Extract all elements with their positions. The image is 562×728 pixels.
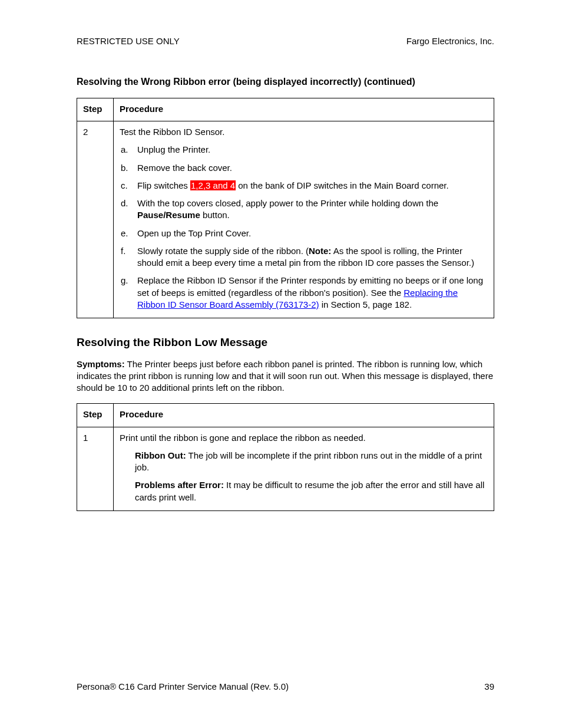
note-line: Problems after Error: It may be difficul… [135, 479, 488, 503]
item-text: Unplug the Printer. [137, 144, 210, 154]
step-cell: 1 [77, 427, 114, 510]
proc-cell: Test the Ribbon ID Sensor. a. Unplug the… [114, 121, 494, 318]
page: RESTRICTED USE ONLY Fargo Electronics, I… [0, 0, 562, 728]
table-header-row: Step Procedure [77, 98, 494, 121]
symptoms-label: Symptoms: [77, 359, 125, 369]
proc-intro: Test the Ribbon ID Sensor. [120, 126, 488, 138]
col-step-header: Step [77, 404, 114, 427]
header-left: RESTRICTED USE ONLY [77, 35, 180, 47]
highlight-text: 1,2,3 and 4 [190, 180, 236, 190]
page-footer: Persona® C16 Card Printer Service Manual… [77, 681, 494, 693]
col-proc-header: Procedure [114, 404, 494, 427]
list-item: a. Unplug the Printer. [120, 144, 488, 156]
section-title-2: Resolving the Ribbon Low Message [77, 335, 494, 350]
item-label: b. [121, 162, 128, 174]
list-item: b. Remove the back cover. [120, 162, 488, 174]
footer-left: Persona® C16 Card Printer Service Manual… [77, 681, 289, 693]
procedure-table-1: Step Procedure 2 Test the Ribbon ID Sens… [77, 98, 494, 318]
note-block: Ribbon Out: The job will be incomplete i… [120, 450, 488, 503]
table-header-row: Step Procedure [77, 404, 494, 427]
item-text: Replace the Ribbon ID Sensor if the Prin… [137, 275, 483, 309]
item-label: f. [121, 245, 125, 257]
item-label: a. [121, 144, 128, 156]
item-text: With the top covers closed, apply power … [137, 198, 438, 220]
header-right: Fargo Electronics, Inc. [406, 35, 494, 47]
page-number: 39 [484, 681, 494, 693]
page-header: RESTRICTED USE ONLY Fargo Electronics, I… [77, 35, 494, 47]
proc-list: a. Unplug the Printer. b. Remove the bac… [120, 144, 488, 311]
list-item: g. Replace the Ribbon ID Sensor if the P… [120, 275, 488, 311]
col-proc-header: Procedure [114, 98, 494, 121]
col-step-header: Step [77, 98, 114, 121]
item-text: Open up the Top Print Cover. [137, 228, 251, 238]
procedure-table-2: Step Procedure 1 Print until the ribbon … [77, 403, 494, 511]
list-item: c. Flip switches 1,2,3 and 4 on the bank… [120, 180, 488, 192]
item-label: d. [121, 197, 128, 209]
proc-cell: Print until the ribbon is gone and repla… [114, 427, 494, 510]
section-title-1: Resolving the Wrong Ribbon error (being … [77, 75, 494, 88]
symptoms-text: The Printer beeps just before each ribbo… [77, 359, 493, 393]
item-label: c. [121, 180, 128, 192]
item-text: Slowly rotate the supply side of the rib… [137, 246, 474, 268]
item-text: Remove the back cover. [137, 163, 232, 173]
symptoms-para: Symptoms: The Printer beeps just before … [77, 358, 494, 394]
table-row: 1 Print until the ribbon is gone and rep… [77, 427, 494, 510]
step-cell: 2 [77, 121, 114, 318]
list-item: f. Slowly rotate the supply side of the … [120, 245, 488, 269]
table-row: 2 Test the Ribbon ID Sensor. a. Unplug t… [77, 121, 494, 318]
item-text: Flip switches 1,2,3 and 4 on the bank of… [137, 180, 449, 190]
registered-icon: ® [110, 681, 116, 691]
list-item: e. Open up the Top Print Cover. [120, 228, 488, 239]
item-label: g. [121, 275, 128, 286]
item-label: e. [121, 228, 128, 239]
note-line: Ribbon Out: The job will be incomplete i… [135, 450, 488, 474]
list-item: d. With the top covers closed, apply pow… [120, 197, 488, 222]
proc-intro: Print until the ribbon is gone and repla… [120, 432, 488, 444]
